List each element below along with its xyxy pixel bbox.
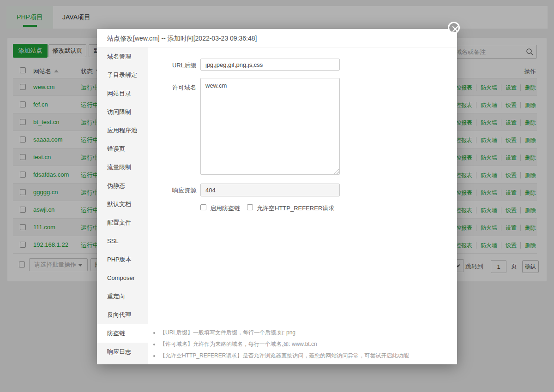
tip-url-suffix: 【URL后缀】一般填写文件后缀，每行一个后缀,如: png <box>160 327 409 339</box>
close-icon <box>451 25 459 33</box>
modal-title: 站点修改[wew.cm] -- 添加时间[2022-03-23 09:36:48… <box>97 29 457 48</box>
sidebar-item-reverse-proxy[interactable]: 反向代理 <box>97 306 148 324</box>
tip-empty-referer: 【允许空HTTP_REFERER请求】是否允许浏览器直接访问，若您的网站访问异常… <box>160 350 409 362</box>
sidebar-item-site-directory[interactable]: 网站目录 <box>97 84 148 103</box>
sidebar-item-composer[interactable]: Composer <box>97 269 148 287</box>
page: PHP项目 JAVA项目 添加站点 修改默认页 默 网站名 状态 操作 <box>0 0 554 392</box>
tip-allow-domain: 【许可域名】允许作为来路的域名，每行一个域名,如: www.bt.cn <box>160 339 409 350</box>
sidebar-item-redirect[interactable]: 重定向 <box>97 287 148 306</box>
url-suffix-label: URL后缀 <box>148 61 196 70</box>
sidebar-item-ssl[interactable]: SSL <box>97 232 148 250</box>
allow-empty-referer-label: 允许空HTTP_REFERER请求 <box>257 204 334 213</box>
sidebar-item-hotlink-protection[interactable]: 防盗链 <box>97 324 148 343</box>
help-tips: 【URL后缀】一般填写文件后缀，每行一个后缀,如: png 【许可域名】允许作为… <box>160 327 409 362</box>
allow-domain-label: 许可域名 <box>148 83 196 92</box>
sidebar-item-app-pool[interactable]: 应用程序池 <box>97 121 148 140</box>
sidebar-item-rewrite[interactable]: 伪静态 <box>97 177 148 195</box>
sidebar-item-subdir-bind[interactable]: 子目录绑定 <box>97 66 148 84</box>
allow-empty-referer-checkbox[interactable] <box>247 204 253 210</box>
enable-hotlink-label: 启用防盗链 <box>210 204 240 213</box>
sidebar-item-error-page[interactable]: 错误页 <box>97 140 148 158</box>
sidebar-item-domain-manage[interactable]: 域名管理 <box>97 48 148 66</box>
response-resource-input[interactable] <box>200 184 340 196</box>
url-suffix-input[interactable] <box>200 59 340 71</box>
modal-sidebar: 域名管理 子目录绑定 网站目录 访问限制 应用程序池 错误页 流量限制 伪静态 … <box>97 48 148 364</box>
close-button[interactable] <box>448 22 460 34</box>
sidebar-item-access-limit[interactable]: 访问限制 <box>97 103 148 121</box>
sidebar-item-default-doc[interactable]: 默认文档 <box>97 195 148 214</box>
sidebar-item-response-log[interactable]: 响应日志 <box>97 343 148 361</box>
sidebar-item-config-file[interactable]: 配置文件 <box>97 214 148 232</box>
enable-hotlink-checkbox[interactable] <box>200 204 206 210</box>
site-modify-modal: 站点修改[wew.cm] -- 添加时间[2022-03-23 09:36:48… <box>97 29 457 364</box>
sidebar-item-traffic-limit[interactable]: 流量限制 <box>97 158 148 177</box>
response-resource-label: 响应资源 <box>148 186 196 195</box>
sidebar-item-php-version[interactable]: PHP版本 <box>97 250 148 269</box>
allow-domain-textarea[interactable]: wew.cm <box>200 78 340 175</box>
